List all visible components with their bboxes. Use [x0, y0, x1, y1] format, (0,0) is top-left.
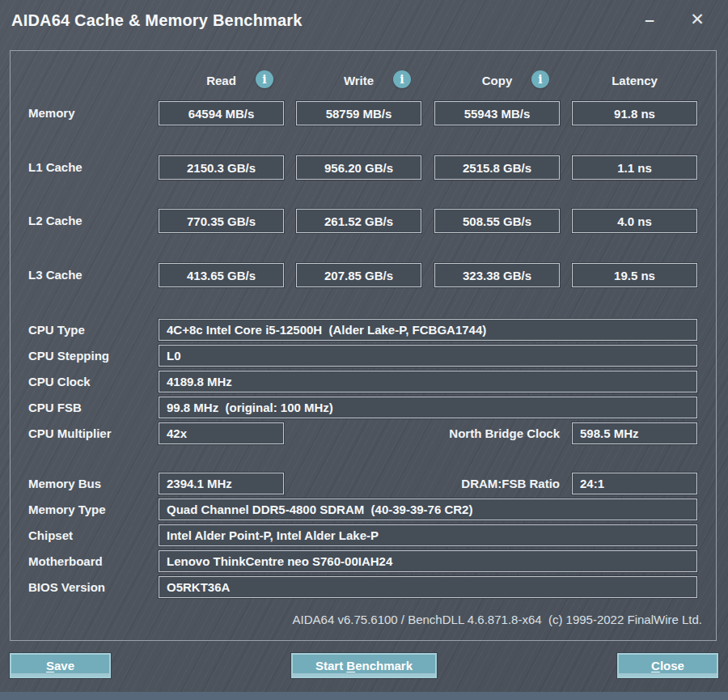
row-label-motherboard: Motherboard [28, 554, 103, 568]
save-button-mnemonic: S [46, 659, 54, 672]
info-icon[interactable]: i [393, 70, 411, 88]
column-header-write-label: Write [344, 74, 374, 87]
close-button-mnemonic: C [651, 659, 660, 672]
result-memory-latency: 91.8 ns [572, 101, 697, 125]
result-l3-read: 413.65 GB/s [159, 263, 284, 287]
result-memory-write: 58759 MB/s [296, 101, 421, 125]
result-l1-copy: 2515.8 GB/s [434, 155, 560, 180]
column-header-write: Write i [296, 71, 421, 89]
column-header-copy-label: Copy [482, 74, 513, 87]
row-label-l2-cache: L2 Cache [28, 214, 83, 227]
save-button-label-post: ave [54, 659, 74, 672]
row-label-memory-type: Memory Type [28, 503, 106, 516]
value-cpu-stepping: L0 [159, 345, 697, 367]
start-benchmark-label-post: enchmark [355, 659, 413, 672]
row-label-memory-bus: Memory Bus [28, 477, 101, 490]
save-button[interactable]: Save [10, 653, 111, 678]
column-header-copy: Copy i [434, 71, 560, 89]
result-l3-write: 207.85 GB/s [296, 263, 421, 287]
result-memory-read: 64594 MB/s [159, 101, 284, 125]
value-cpu-clock: 4189.8 MHz [159, 371, 697, 392]
value-motherboard: Lenovo ThinkCentre neo S760-00IAH24 [159, 550, 697, 572]
value-cpu-multiplier: 42x [159, 422, 284, 444]
result-l1-read: 2150.3 GB/s [159, 155, 284, 180]
value-memory-bus: 2394.1 MHz [159, 473, 284, 494]
result-memory-copy: 55943 MB/s [434, 101, 560, 125]
value-bios-version: O5RKT36A [159, 576, 697, 598]
row-label-cpu-clock: CPU Clock [28, 375, 91, 388]
start-benchmark-label-pre: Start [315, 659, 346, 672]
result-l1-write: 956.20 GB/s [296, 155, 421, 180]
row-label-chipset: Chipset [28, 528, 73, 542]
value-dram-fsb-ratio: 24:1 [572, 473, 697, 494]
result-l2-read: 770.35 GB/s [159, 209, 284, 233]
result-l3-copy: 323.38 GB/s [434, 263, 560, 287]
column-header-latency: Latency [572, 71, 697, 89]
label-dram-fsb-ratio: DRAM:FSB Ratio [324, 477, 560, 490]
info-icon[interactable]: i [256, 70, 273, 88]
value-cpu-fsb: 99.8 MHz (original: 100 MHz) [159, 397, 697, 418]
row-label-l3-cache: L3 Cache [28, 268, 83, 282]
start-benchmark-mnemonic: B [346, 659, 355, 672]
start-benchmark-button[interactable]: Start Benchmark [291, 653, 437, 678]
row-label-cpu-multiplier: CPU Multiplier [28, 426, 112, 440]
window-title: AIDA64 Cache & Memory Benchmark [11, 11, 303, 30]
close-icon: ✕ [690, 10, 705, 29]
column-header-read-label: Read [206, 74, 236, 87]
row-label-cpu-stepping: CPU Stepping [28, 349, 109, 363]
value-cpu-type: 4C+8c Intel Core i5-12500H (Alder Lake-P… [159, 319, 697, 341]
close-button-label-post: lose [660, 659, 684, 672]
minimize-button[interactable]: – [636, 5, 663, 34]
minimize-icon: – [645, 10, 654, 29]
result-l3-latency: 19.5 ns [572, 263, 697, 287]
version-footer: AIDA64 v6.75.6100 / BenchDLL 4.6.871.8-x… [159, 613, 702, 626]
row-label-cpu-type: CPU Type [28, 323, 85, 337]
value-north-bridge-clock: 598.5 MHz [572, 422, 697, 444]
result-l1-latency: 1.1 ns [572, 155, 697, 180]
close-window-button[interactable]: Close [617, 653, 718, 678]
row-label-cpu-fsb: CPU FSB [28, 401, 82, 414]
result-l2-copy: 508.55 GB/s [434, 209, 560, 233]
aida64-benchmark-window: AIDA64 Cache & Memory Benchmark – ✕ Read… [0, 0, 728, 700]
label-north-bridge-clock: North Bridge Clock [324, 426, 560, 440]
value-memory-type: Quad Channel DDR5-4800 SDRAM (40-39-39-7… [159, 498, 697, 520]
row-label-memory: Memory [28, 106, 75, 120]
window-bottom-edge [0, 692, 728, 700]
info-icon[interactable]: i [531, 70, 549, 88]
row-label-bios-version: BIOS Version [28, 580, 105, 594]
column-header-read: Read i [159, 71, 284, 89]
result-l2-write: 261.52 GB/s [296, 209, 421, 233]
row-label-l1-cache: L1 Cache [28, 160, 83, 174]
result-l2-latency: 4.0 ns [572, 209, 697, 233]
column-header-latency-label: Latency [612, 74, 658, 87]
close-button[interactable]: ✕ [684, 5, 711, 34]
value-chipset: Intel Alder Point-P, Intel Alder Lake-P [159, 524, 697, 546]
